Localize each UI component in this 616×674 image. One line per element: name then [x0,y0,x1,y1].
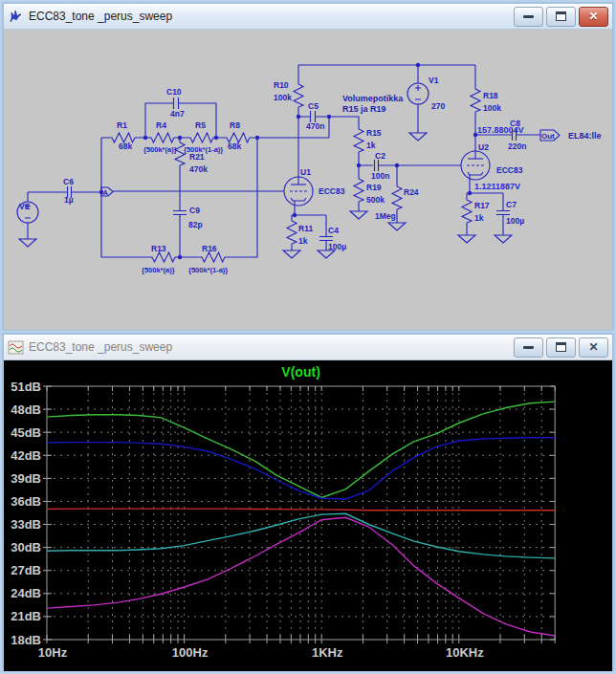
svg-text:V1: V1 [429,76,439,85]
minimize-button[interactable] [514,337,543,358]
restore-button[interactable] [546,7,576,27]
svg-text:C7: C7 [506,200,517,209]
svg-text:68k: 68k [228,141,241,151]
y-tick-label: 24dB [11,586,41,600]
component-r24[interactable]: R24 1Meg [375,185,419,230]
component-c7[interactable]: C7 100µ [495,200,524,243]
component-r1[interactable]: R1 68k [110,120,135,151]
svg-text:270: 270 [431,101,445,111]
y-tick-label: 33dB [11,517,41,532]
svg-text:R13: R13 [151,244,166,253]
svg-text:{500k*(a)}: {500k*(a)} [143,145,177,154]
y-tick-label: 18dB [11,633,41,647]
svg-text:R18: R18 [483,91,498,100]
schematic-window: ECC83_tone _perus_sweep ✕ [2,2,614,331]
component-r11[interactable]: R11 1k [283,219,313,258]
component-u1-tube[interactable]: U1 ECC83 [284,167,345,206]
svg-text:R8: R8 [230,120,240,130]
minimize-icon [523,346,534,349]
svg-text:1µ: 1µ [64,195,74,205]
component-r15[interactable]: R15 1k [354,127,382,154]
ground-symbol [350,211,367,219]
curve-trace-magenta[interactable] [47,517,555,636]
curve-trace-blue[interactable] [47,438,555,499]
svg-text:C10: C10 [166,87,182,97]
svg-text:{500k*(1-a)}: {500k*(1-a)} [188,266,228,274]
waveform-plot-area[interactable]: 18dB21dB24dB27dB30dB33dB36dB39dB42dB45dB… [4,360,612,671]
svg-text:470k: 470k [189,164,208,174]
waveform-window: ECC83_tone _perus_sweep ✕ 18dB21dB24dB27… [2,333,614,672]
svg-text:100k: 100k [274,93,292,102]
svg-text:A: A [103,188,109,197]
waveform-window-title: ECC83_tone _perus_sweep [29,340,514,354]
svg-text:1.1211887V: 1.1211887V [474,182,520,191]
minimize-button[interactable] [514,7,543,27]
svg-text:R11: R11 [298,224,313,233]
ground-symbol [318,250,335,258]
waveform-titlebar[interactable]: ECC83_tone _perus_sweep ✕ [4,335,612,360]
svg-text:R21: R21 [189,152,205,162]
y-tick-label: 51dB [11,380,41,394]
y-tick-label: 21dB [11,609,41,623]
svg-text:Volumepotikka: Volumepotikka [342,94,404,103]
svg-text:68k: 68k [119,141,132,151]
net-label-out[interactable]: Out [540,130,560,141]
restore-button[interactable] [546,337,576,358]
curve-trace-green[interactable] [47,402,555,497]
ground-symbol [458,235,475,243]
y-tick-label: 42dB [11,448,41,463]
svg-text:ECC83: ECC83 [496,165,523,175]
y-tick-label: 45dB [11,425,41,440]
ground-symbol [409,133,427,141]
y-tick-label: 27dB [11,563,41,577]
svg-text:R19: R19 [366,183,382,192]
component-r16[interactable]: R16 {500k*(1-a)} [188,244,228,274]
schematic-titlebar[interactable]: ECC83_tone _perus_sweep ✕ [4,4,612,30]
svg-text:U2: U2 [478,142,489,152]
curve-trace-red[interactable] [47,509,555,511]
net-label-a[interactable]: A [101,187,113,197]
ground-symbol [495,235,512,243]
svg-text:U1: U1 [300,167,311,177]
comment-el84: EL84:lle [568,131,602,141]
component-c6[interactable]: C6 1µ [63,177,74,205]
component-c9[interactable]: C9 82p [173,206,203,229]
close-button[interactable]: ✕ [579,7,608,27]
svg-text:R15 ja R19: R15 ja R19 [342,104,386,114]
component-r8[interactable]: R8 68k [225,120,250,151]
curve-trace-cyan[interactable] [47,513,555,558]
svg-text:1k: 1k [298,236,308,246]
svg-text:C4: C4 [328,226,339,235]
component-r10[interactable]: R10 100k [274,80,303,109]
close-button[interactable]: ✕ [579,337,608,358]
component-r18[interactable]: R18 100k [471,87,501,114]
svg-text:100k: 100k [483,103,501,113]
component-v1-source[interactable]: V1 270 [407,76,445,141]
svg-text:R17: R17 [474,201,490,210]
x-tick-label: 1KHz [312,645,343,660]
y-tick-label: 36dB [11,494,41,509]
svg-text:220n: 220n [508,141,526,151]
svg-text:470n: 470n [306,121,324,131]
svg-text:82p: 82p [188,220,203,229]
ground-symbol [19,239,36,247]
svg-text:ECC83: ECC83 [319,186,345,196]
schematic-window-title: ECC83_tone _perus_sweep [29,10,514,23]
x-tick-label: 10Hz [38,645,68,660]
component-c4[interactable]: C4 100µ [318,226,346,258]
ground-symbol [283,250,300,258]
restore-icon [556,11,566,21]
svg-text:R16: R16 [202,244,217,253]
plot-title: V(out) [281,364,319,380]
svg-text:R4: R4 [156,120,166,130]
y-tick-label: 48dB [11,402,41,417]
component-r17[interactable]: R17 1k [458,198,490,243]
schematic-canvas[interactable]: VE C6 1µ A R1 68k R4 {500k*(a)} [4,30,612,330]
x-tick-label: 10KHz [446,645,484,660]
svg-text:R15: R15 [366,128,382,138]
axis-labels: 18dB21dB24dB27dB30dB33dB36dB39dB42dB45dB… [11,380,484,661]
svg-text:R24: R24 [404,187,419,197]
component-r13[interactable]: R13 {500k*(a)} [142,244,175,274]
svg-text:R1: R1 [117,120,127,130]
svg-text:4n7: 4n7 [170,109,185,119]
